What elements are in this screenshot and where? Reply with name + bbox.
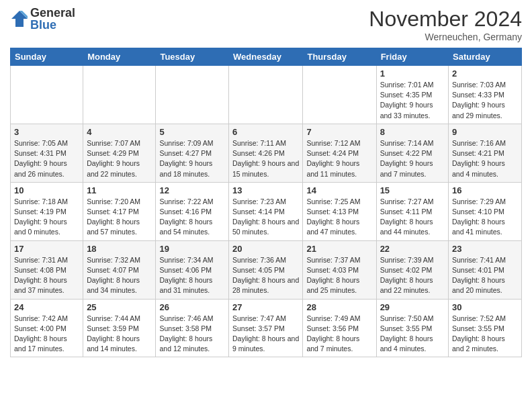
calendar-cell: 18 Sunrise: 7:32 AMSunset: 4:07 PMDaylig… <box>83 240 156 299</box>
calendar-cell: 22 Sunrise: 7:39 AMSunset: 4:02 PMDaylig… <box>376 240 448 299</box>
day-info: Sunrise: 7:22 AMSunset: 4:16 PMDaylight:… <box>159 197 213 236</box>
col-friday: Friday <box>376 48 448 66</box>
day-info: Sunrise: 7:44 AMSunset: 3:59 PMDaylight:… <box>87 314 140 353</box>
day-number: 11 <box>87 185 152 195</box>
day-number: 4 <box>87 127 152 137</box>
calendar-cell: 17 Sunrise: 7:31 AMSunset: 4:08 PMDaylig… <box>11 240 83 299</box>
calendar-week-2: 3 Sunrise: 7:05 AMSunset: 4:31 PMDayligh… <box>11 124 522 182</box>
day-number: 18 <box>87 244 152 254</box>
col-monday: Monday <box>83 48 156 66</box>
day-number: 17 <box>14 244 79 254</box>
day-number: 1 <box>380 68 445 79</box>
calendar-cell: 26 Sunrise: 7:46 AMSunset: 3:58 PMDaylig… <box>156 299 229 357</box>
day-number: 16 <box>452 185 518 195</box>
calendar-cell: 10 Sunrise: 7:18 AMSunset: 4:19 PMDaylig… <box>11 182 83 240</box>
calendar-cell: 21 Sunrise: 7:37 AMSunset: 4:03 PMDaylig… <box>303 240 376 299</box>
logo-text: General Blue <box>30 7 75 31</box>
day-info: Sunrise: 7:12 AMSunset: 4:24 PMDaylight:… <box>306 139 360 178</box>
day-number: 29 <box>380 302 445 312</box>
logo-general-text: General <box>30 7 75 19</box>
calendar-cell: 9 Sunrise: 7:16 AMSunset: 4:21 PMDayligh… <box>449 124 522 182</box>
day-number: 24 <box>14 302 79 312</box>
calendar-cell: 16 Sunrise: 7:29 AMSunset: 4:10 PMDaylig… <box>449 182 522 240</box>
day-number: 30 <box>452 302 518 312</box>
day-info: Sunrise: 7:41 AMSunset: 4:01 PMDaylight:… <box>452 256 506 295</box>
day-number: 26 <box>159 302 225 312</box>
day-info: Sunrise: 7:05 AMSunset: 4:31 PMDaylight:… <box>14 139 68 178</box>
calendar: Sunday Monday Tuesday Wednesday Thursday… <box>10 48 522 357</box>
day-number: 9 <box>452 127 518 137</box>
calendar-cell: 2 Sunrise: 7:03 AMSunset: 4:33 PMDayligh… <box>449 66 522 124</box>
calendar-cell: 8 Sunrise: 7:14 AMSunset: 4:22 PMDayligh… <box>376 124 448 182</box>
calendar-cell: 29 Sunrise: 7:50 AMSunset: 3:55 PMDaylig… <box>376 299 448 357</box>
day-number: 13 <box>232 185 299 195</box>
day-number: 15 <box>380 185 445 195</box>
calendar-week-3: 10 Sunrise: 7:18 AMSunset: 4:19 PMDaylig… <box>11 182 522 240</box>
calendar-cell: 6 Sunrise: 7:11 AMSunset: 4:26 PMDayligh… <box>229 124 303 182</box>
calendar-cell: 15 Sunrise: 7:27 AMSunset: 4:11 PMDaylig… <box>376 182 448 240</box>
day-info: Sunrise: 7:50 AMSunset: 3:55 PMDaylight:… <box>380 314 434 353</box>
calendar-cell: 28 Sunrise: 7:49 AMSunset: 3:56 PMDaylig… <box>303 299 376 357</box>
calendar-week-5: 24 Sunrise: 7:42 AMSunset: 4:00 PMDaylig… <box>11 299 522 357</box>
calendar-cell: 1 Sunrise: 7:01 AMSunset: 4:35 PMDayligh… <box>376 66 448 124</box>
calendar-cell <box>156 66 229 124</box>
day-info: Sunrise: 7:23 AMSunset: 4:14 PMDaylight:… <box>232 197 299 236</box>
col-tuesday: Tuesday <box>156 48 229 66</box>
calendar-cell: 25 Sunrise: 7:44 AMSunset: 3:59 PMDaylig… <box>83 299 156 357</box>
calendar-cell: 7 Sunrise: 7:12 AMSunset: 4:24 PMDayligh… <box>303 124 376 182</box>
col-saturday: Saturday <box>449 48 522 66</box>
page: General Blue November 2024 Werneuchen, G… <box>0 0 532 364</box>
day-info: Sunrise: 7:46 AMSunset: 3:58 PMDaylight:… <box>159 314 213 353</box>
day-info: Sunrise: 7:52 AMSunset: 3:55 PMDaylight:… <box>452 314 506 353</box>
calendar-cell: 13 Sunrise: 7:23 AMSunset: 4:14 PMDaylig… <box>229 182 303 240</box>
day-number: 20 <box>232 244 299 254</box>
day-info: Sunrise: 7:01 AMSunset: 4:35 PMDaylight:… <box>380 81 434 120</box>
day-info: Sunrise: 7:25 AMSunset: 4:13 PMDaylight:… <box>306 197 360 236</box>
day-info: Sunrise: 7:16 AMSunset: 4:21 PMDaylight:… <box>452 139 506 178</box>
calendar-cell: 3 Sunrise: 7:05 AMSunset: 4:31 PMDayligh… <box>11 124 83 182</box>
day-info: Sunrise: 7:47 AMSunset: 3:57 PMDaylight:… <box>232 314 299 353</box>
calendar-cell: 11 Sunrise: 7:20 AMSunset: 4:17 PMDaylig… <box>83 182 156 240</box>
calendar-week-1: 1 Sunrise: 7:01 AMSunset: 4:35 PMDayligh… <box>11 66 522 124</box>
logo-icon <box>10 9 29 28</box>
day-number: 12 <box>159 185 225 195</box>
col-thursday: Thursday <box>303 48 376 66</box>
header-row: Sunday Monday Tuesday Wednesday Thursday… <box>11 48 522 66</box>
day-number: 21 <box>306 244 372 254</box>
day-number: 5 <box>159 127 225 137</box>
location: Werneuchen, Germany <box>369 32 522 42</box>
day-info: Sunrise: 7:32 AMSunset: 4:07 PMDaylight:… <box>87 256 140 295</box>
day-info: Sunrise: 7:36 AMSunset: 4:05 PMDaylight:… <box>232 256 299 295</box>
col-wednesday: Wednesday <box>229 48 303 66</box>
calendar-cell: 12 Sunrise: 7:22 AMSunset: 4:16 PMDaylig… <box>156 182 229 240</box>
day-number: 27 <box>232 302 299 312</box>
calendar-cell: 4 Sunrise: 7:07 AMSunset: 4:29 PMDayligh… <box>83 124 156 182</box>
day-number: 22 <box>380 244 445 254</box>
month-title: November 2024 <box>369 7 522 32</box>
calendar-cell <box>11 66 83 124</box>
day-info: Sunrise: 7:49 AMSunset: 3:56 PMDaylight:… <box>306 314 360 353</box>
day-info: Sunrise: 7:03 AMSunset: 4:33 PMDaylight:… <box>452 81 506 120</box>
day-info: Sunrise: 7:11 AMSunset: 4:26 PMDaylight:… <box>232 139 299 178</box>
day-info: Sunrise: 7:39 AMSunset: 4:02 PMDaylight:… <box>380 256 434 295</box>
calendar-body: 1 Sunrise: 7:01 AMSunset: 4:35 PMDayligh… <box>11 66 522 357</box>
day-info: Sunrise: 7:42 AMSunset: 4:00 PMDaylight:… <box>14 314 68 353</box>
day-number: 3 <box>14 127 79 137</box>
title-area: November 2024 Werneuchen, Germany <box>369 7 522 42</box>
day-info: Sunrise: 7:31 AMSunset: 4:08 PMDaylight:… <box>14 256 68 295</box>
day-number: 8 <box>380 127 445 137</box>
day-info: Sunrise: 7:09 AMSunset: 4:27 PMDaylight:… <box>159 139 213 178</box>
calendar-cell: 14 Sunrise: 7:25 AMSunset: 4:13 PMDaylig… <box>303 182 376 240</box>
day-number: 19 <box>159 244 225 254</box>
day-info: Sunrise: 7:20 AMSunset: 4:17 PMDaylight:… <box>87 197 140 236</box>
day-number: 23 <box>452 244 518 254</box>
calendar-cell <box>229 66 303 124</box>
calendar-cell: 30 Sunrise: 7:52 AMSunset: 3:55 PMDaylig… <box>449 299 522 357</box>
day-number: 25 <box>87 302 152 312</box>
calendar-cell <box>83 66 156 124</box>
calendar-header: Sunday Monday Tuesday Wednesday Thursday… <box>11 48 522 66</box>
day-number: 28 <box>306 302 372 312</box>
svg-marker-0 <box>11 11 28 27</box>
day-info: Sunrise: 7:14 AMSunset: 4:22 PMDaylight:… <box>380 139 434 178</box>
day-number: 10 <box>14 185 79 195</box>
